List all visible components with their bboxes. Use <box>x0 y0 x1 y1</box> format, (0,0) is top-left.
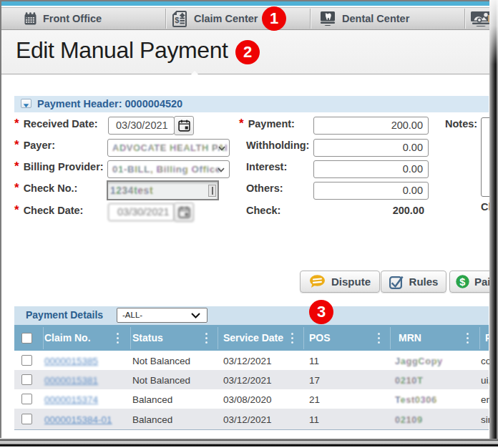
svg-text:$: $ <box>459 276 465 288</box>
svg-text:$: $ <box>175 15 179 24</box>
